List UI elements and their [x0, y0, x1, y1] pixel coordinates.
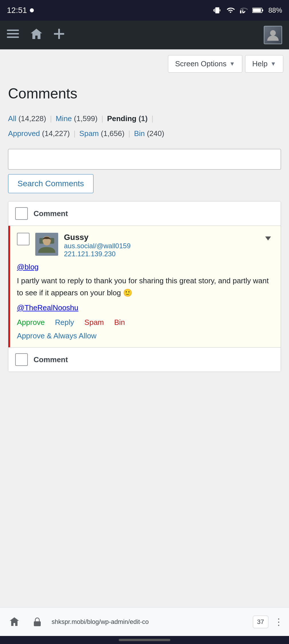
browser-lock-icon: [29, 613, 46, 631]
approve-always-allow-link[interactable]: Approve & Always Allow: [17, 331, 96, 340]
svg-rect-5: [7, 30, 19, 31]
comment-checkbox[interactable]: [17, 233, 30, 245]
time-display: 12:51: [7, 6, 27, 15]
header-checkbox[interactable]: [15, 207, 28, 220]
separator-1: |: [50, 114, 54, 123]
search-button-label: Search Comments: [17, 179, 84, 188]
signal-icon: [240, 6, 248, 14]
screen-options-bar: Screen Options ▼ Help ▼: [0, 49, 289, 75]
filter-approved-count: (14,227): [42, 129, 70, 138]
footer-comment-label: Comment: [34, 355, 68, 364]
svg-rect-4: [253, 9, 261, 12]
status-indicator-dot: [30, 8, 34, 12]
spam-action[interactable]: Spam: [84, 318, 104, 327]
search-comments-button[interactable]: Search Comments: [8, 174, 93, 193]
help-label: Help: [252, 59, 267, 68]
comment-in-response-link[interactable]: @blog: [17, 263, 39, 271]
home-nav-icon[interactable]: [30, 28, 42, 42]
page-title: Comments: [8, 85, 281, 102]
comment-actions: Approve Reply Spam Bin: [17, 318, 274, 327]
filter-all[interactable]: All: [8, 114, 16, 123]
bin-action[interactable]: Bin: [114, 318, 125, 327]
footer-checkbox[interactable]: [15, 353, 28, 366]
wifi-icon: [226, 6, 235, 14]
browser-menu-icon[interactable]: ⋮: [274, 616, 283, 627]
comment-reference-link[interactable]: @TheRealNooshu: [17, 303, 78, 312]
search-container: Search Comments: [8, 149, 281, 193]
help-button[interactable]: Help ▼: [245, 55, 283, 73]
svg-rect-15: [34, 621, 41, 626]
comment-meta: Gussy aus.social/@wall0159 221.121.139.2…: [64, 233, 257, 258]
filter-links: All (14,228) | Mine (1,599) | Pending (1…: [8, 111, 281, 141]
column-comment-label: Comment: [34, 209, 68, 218]
table-footer-row: Comment: [8, 347, 281, 372]
svg-rect-3: [262, 9, 263, 11]
vibrate-icon: [213, 6, 221, 14]
filter-all-count: (14,228): [18, 114, 46, 123]
battery-percentage: 88%: [268, 6, 282, 14]
top-nav-bar: [0, 21, 289, 49]
comment-author-url[interactable]: aus.social/@wall0159: [64, 242, 257, 250]
comments-table: Comment: [8, 201, 281, 372]
filter-bin-count: (240): [147, 129, 164, 138]
separator-2: |: [101, 114, 105, 123]
comment-reference: @TheRealNooshu: [17, 303, 274, 312]
filter-mine-count: (1,599): [74, 114, 97, 123]
filter-bin[interactable]: Bin: [134, 129, 145, 138]
main-content: Comments All (14,228) | Mine (1,599) | P…: [0, 75, 289, 607]
comment-avatar: [35, 233, 58, 256]
filter-pending[interactable]: Pending: [107, 114, 136, 123]
comment-row: Gussy aus.social/@wall0159 221.121.139.2…: [8, 226, 281, 347]
status-bar: 12:51 88%: [0, 0, 289, 21]
reply-action[interactable]: Reply: [55, 318, 74, 327]
svg-point-10: [270, 30, 276, 36]
svg-rect-9: [54, 33, 64, 35]
table-header-row: Comment: [8, 201, 281, 226]
menu-icon[interactable]: [7, 30, 19, 40]
browser-url-display[interactable]: shkspr.mobi/blog/wp-admin/edit-co: [52, 618, 247, 626]
separator-4: |: [74, 129, 78, 138]
browser-home-icon[interactable]: [6, 613, 23, 631]
screen-options-label: Screen Options: [175, 59, 226, 68]
search-input[interactable]: [8, 149, 281, 170]
svg-rect-7: [7, 36, 19, 38]
comment-text: I partly want to reply to thank you for …: [17, 275, 274, 299]
svg-rect-0: [240, 10, 241, 13]
status-bar-icons: 88%: [213, 6, 282, 14]
status-bar-time: 12:51: [7, 6, 34, 15]
dropdown-arrow-icon: [265, 236, 271, 240]
browser-tab-count[interactable]: 37: [253, 616, 268, 628]
filter-spam[interactable]: Spam: [79, 129, 99, 138]
battery-icon: [252, 7, 264, 14]
comment-in-response: @blog: [17, 263, 274, 271]
svg-rect-1: [242, 9, 243, 13]
bottom-nav-bar: shkspr.mobi/blog/wp-admin/edit-co 37 ⋮: [0, 607, 289, 636]
home-indicator: [0, 636, 289, 644]
separator-5: |: [128, 129, 132, 138]
screen-options-arrow-icon: ▼: [229, 61, 235, 67]
svg-rect-6: [7, 33, 19, 34]
comment-author-name: Gussy: [64, 233, 89, 242]
top-nav-left: [7, 28, 64, 42]
filter-approved[interactable]: Approved: [8, 129, 40, 138]
filter-pending-count: (1): [138, 114, 148, 123]
filter-mine[interactable]: Mine: [56, 114, 72, 123]
screen-options-button[interactable]: Screen Options ▼: [168, 55, 242, 73]
comment-author-ip[interactable]: 221.121.139.230: [64, 250, 257, 258]
approve-action[interactable]: Approve: [17, 318, 45, 327]
comment-dropdown-button[interactable]: [262, 233, 274, 244]
help-arrow-icon: ▼: [270, 61, 276, 67]
home-indicator-bar: [119, 639, 170, 641]
separator-3: |: [151, 114, 153, 123]
avatar[interactable]: [264, 26, 282, 44]
filter-spam-count: (1,656): [101, 129, 124, 138]
add-icon[interactable]: [54, 29, 64, 41]
